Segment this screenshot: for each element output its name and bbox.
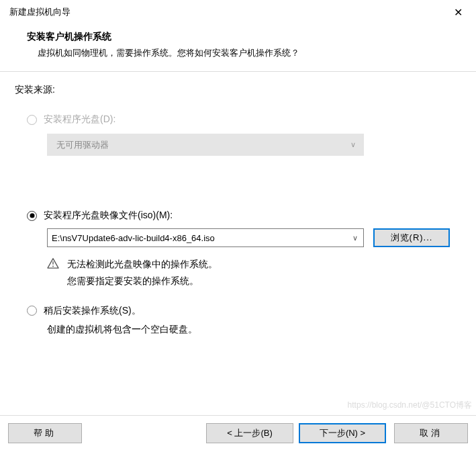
window-title: 新建虚拟机向导 bbox=[9, 6, 70, 18]
wizard-body: 安装来源: 安装程序光盘(D): 无可用驱动器 ∨ 安装程序光盘映像文件(iso… bbox=[0, 72, 476, 336]
option-iso-image[interactable]: 安装程序光盘映像文件(iso)(M): bbox=[27, 210, 461, 222]
option-iso-label: 安装程序光盘映像文件(iso)(M): bbox=[44, 210, 173, 222]
option-later-label: 稍后安装操作系统(S)。 bbox=[44, 305, 141, 317]
warning-icon bbox=[47, 258, 59, 269]
cancel-button[interactable]: 取消 bbox=[394, 423, 468, 443]
option-disc-label: 安装程序光盘(D): bbox=[44, 114, 115, 126]
wizard-header: 安装客户机操作系统 虚拟机如同物理机，需要操作系统。您将如何安装客户机操作系统？ bbox=[0, 23, 476, 72]
warning-text: 无法检测此光盘映像中的操作系统。 您需要指定要安装的操作系统。 bbox=[67, 257, 218, 290]
radio-disc bbox=[27, 115, 37, 125]
browse-button[interactable]: 浏览(R)... bbox=[373, 228, 450, 247]
chevron-down-icon[interactable]: ∨ bbox=[352, 234, 358, 242]
svg-point-1 bbox=[52, 266, 54, 267]
iso-warning: 无法检测此光盘映像中的操作系统。 您需要指定要安装的操作系统。 bbox=[47, 257, 461, 290]
iso-path-combobox[interactable]: E:\nsV7Update6-adv-lic-build4-x86_64.iso… bbox=[47, 228, 364, 247]
next-button[interactable]: 下一步(N) > bbox=[299, 423, 386, 443]
source-label: 安装来源: bbox=[15, 84, 461, 96]
chevron-down-icon: ∨ bbox=[350, 140, 356, 149]
option-install-later[interactable]: 稍后安装操作系统(S)。 bbox=[27, 305, 461, 317]
titlebar: 新建虚拟机向导 ✕ bbox=[0, 0, 476, 23]
back-button[interactable]: < 上一步(B) bbox=[206, 423, 293, 443]
radio-later[interactable] bbox=[27, 306, 37, 316]
help-button[interactable]: 帮助 bbox=[8, 423, 82, 443]
iso-path-value: E:\nsV7Update6-adv-lic-build4-x86_64.iso bbox=[52, 233, 215, 243]
option-later-description: 创建的虚拟机将包含一个空白硬盘。 bbox=[47, 324, 461, 336]
drive-dropdown: 无可用驱动器 ∨ bbox=[47, 134, 364, 156]
page-description: 虚拟机如同物理机，需要操作系统。您将如何安装客户机操作系统？ bbox=[27, 47, 449, 59]
radio-iso[interactable] bbox=[27, 211, 37, 221]
page-title: 安装客户机操作系统 bbox=[27, 31, 449, 43]
drive-dropdown-text: 无可用驱动器 bbox=[56, 139, 109, 151]
watermark: https://blog.csdn.net/@51CTO博客 bbox=[348, 400, 472, 411]
wizard-footer: 帮助 < 上一步(B) 下一步(N) > 取消 bbox=[0, 415, 476, 450]
option-installer-disc: 安装程序光盘(D): bbox=[27, 114, 461, 126]
close-icon[interactable]: ✕ bbox=[448, 5, 468, 20]
